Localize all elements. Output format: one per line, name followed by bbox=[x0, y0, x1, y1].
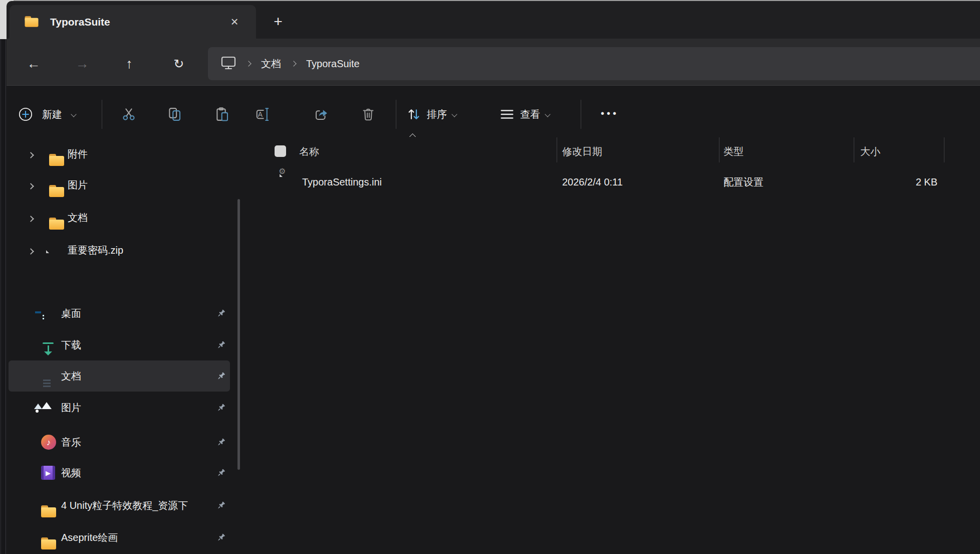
pin-icon bbox=[216, 500, 226, 511]
chevron-right-icon[interactable] bbox=[28, 152, 34, 158]
tab-title: TyporaSuite bbox=[50, 5, 110, 39]
pin-icon bbox=[216, 308, 226, 319]
cut-button[interactable] bbox=[117, 102, 141, 126]
column-divider[interactable] bbox=[854, 137, 854, 162]
explorer-tab[interactable]: TyporaSuite × bbox=[10, 5, 256, 39]
sidebar-item-music[interactable]: ♪ 音乐 bbox=[7, 427, 241, 458]
trash-icon bbox=[361, 107, 376, 122]
pin-icon bbox=[216, 371, 226, 382]
paste-button[interactable] bbox=[210, 102, 234, 126]
share-icon bbox=[314, 107, 329, 122]
view-button-label: 查看 bbox=[520, 108, 540, 121]
delete-button[interactable] bbox=[356, 102, 380, 126]
column-header-name[interactable]: 名称 bbox=[299, 145, 319, 158]
up-icon[interactable]: ↑ bbox=[118, 53, 140, 75]
new-button-label: 新建 bbox=[42, 108, 62, 121]
pin-icon bbox=[216, 468, 226, 478]
address-bar[interactable]: 文档 TyporaSuite bbox=[208, 47, 980, 80]
scissors-icon bbox=[121, 107, 136, 122]
sidebar-tree-item-documents[interactable]: 文档 bbox=[7, 202, 241, 233]
refresh-icon[interactable]: ↻ bbox=[168, 53, 190, 75]
navigation-bar: ← → ↑ ↻ 文档 TyporaSuite bbox=[7, 39, 980, 86]
music-icon: ♪ bbox=[41, 435, 56, 450]
breadcrumb-chevron-icon bbox=[291, 61, 296, 66]
sidebar-item-unity-folder[interactable]: 4 Unity粒子特效教程_资源下 bbox=[7, 490, 241, 521]
chevron-right-icon[interactable] bbox=[28, 216, 34, 222]
chevron-down-icon bbox=[71, 111, 76, 117]
column-header-type[interactable]: 类型 bbox=[723, 145, 744, 158]
copy-icon bbox=[167, 107, 182, 122]
background-window-edge-line bbox=[1, 39, 1, 554]
view-list-icon bbox=[500, 107, 515, 122]
svg-text:A: A bbox=[258, 111, 263, 118]
main-area: 新建 A bbox=[7, 86, 980, 554]
new-button[interactable]: 新建 bbox=[19, 100, 76, 129]
sidebar-item-desktop[interactable]: 桌面 bbox=[7, 298, 241, 329]
sidebar-item-label: 音乐 bbox=[61, 427, 81, 458]
pin-icon bbox=[216, 403, 226, 413]
close-tab-icon[interactable]: × bbox=[225, 13, 243, 31]
breadcrumb-documents[interactable]: 文档 bbox=[261, 57, 281, 71]
this-pc-monitor-icon bbox=[221, 56, 236, 72]
column-divider[interactable] bbox=[944, 137, 944, 162]
sidebar-item-pictures[interactable]: 图片 bbox=[7, 392, 241, 423]
toolbar-divider bbox=[102, 100, 102, 129]
paste-icon bbox=[215, 107, 230, 122]
tree-item-label: 图片 bbox=[68, 169, 88, 201]
sort-arrows-icon bbox=[406, 107, 421, 122]
share-button[interactable] bbox=[309, 102, 333, 126]
breadcrumb-chevron-icon bbox=[246, 61, 251, 66]
tree-item-label: 重要密码.zip bbox=[68, 235, 123, 266]
column-divider[interactable] bbox=[719, 137, 719, 162]
sidebar-tree-item-zip[interactable]: 重要密码.zip bbox=[7, 235, 241, 266]
pin-icon bbox=[216, 532, 226, 543]
window-left-border bbox=[6, 39, 6, 554]
new-tab-button[interactable]: + bbox=[269, 13, 287, 31]
chevron-down-icon bbox=[451, 111, 457, 117]
select-all-checkbox[interactable] bbox=[275, 145, 286, 157]
file-name: TyporaSettings.ini bbox=[302, 167, 382, 197]
column-header-size[interactable]: 大小 bbox=[860, 145, 880, 158]
sidebar-tree-item-attachments[interactable]: 附件 bbox=[7, 138, 241, 169]
column-header-date[interactable]: 修改日期 bbox=[562, 145, 602, 158]
forward-icon[interactable]: → bbox=[71, 53, 93, 75]
sort-button[interactable]: 排序 bbox=[406, 100, 456, 129]
chevron-right-icon[interactable] bbox=[28, 248, 34, 255]
sidebar-item-documents[interactable]: 文档 bbox=[9, 360, 230, 392]
breadcrumb-current-folder[interactable]: TyporaSuite bbox=[306, 58, 360, 70]
sidebar-item-videos[interactable]: ▶ 视频 bbox=[7, 457, 241, 488]
sidebar-item-label: 桌面 bbox=[61, 298, 81, 329]
sort-button-label: 排序 bbox=[427, 108, 447, 121]
rename-icon: A bbox=[255, 107, 270, 122]
chevron-right-icon[interactable] bbox=[28, 183, 34, 190]
tree-item-label: 文档 bbox=[68, 202, 88, 233]
chevron-down-icon bbox=[545, 111, 550, 117]
column-divider[interactable] bbox=[557, 137, 557, 162]
pin-icon bbox=[216, 340, 226, 350]
file-date-modified: 2026/2/4 0:11 bbox=[562, 167, 623, 197]
file-row[interactable]: ⚙ TyporaSettings.ini 2026/2/4 0:11 配置设置 … bbox=[267, 167, 968, 197]
file-explorer-window: TyporaSuite × + ← → ↑ ↻ 文档 TyporaSuite bbox=[7, 1, 980, 554]
sidebar-item-label: 视频 bbox=[61, 457, 81, 488]
sidebar-item-aseprite-folder[interactable]: Aseprite绘画 bbox=[7, 522, 241, 553]
videos-icon: ▶ bbox=[41, 466, 55, 480]
plus-circle-icon bbox=[19, 107, 33, 121]
sidebar-item-label: Aseprite绘画 bbox=[61, 522, 118, 553]
sidebar-scrollbar[interactable] bbox=[237, 199, 240, 470]
back-icon[interactable]: ← bbox=[23, 53, 45, 75]
sort-ascending-caret-icon bbox=[409, 133, 416, 140]
view-button[interactable]: 查看 bbox=[500, 100, 550, 129]
more-options-button[interactable]: ••• bbox=[596, 102, 624, 126]
folder-icon bbox=[24, 16, 39, 28]
sidebar-item-label: 下载 bbox=[61, 329, 81, 360]
sidebar-item-label: 4 Unity粒子特效教程_资源下 bbox=[61, 490, 188, 521]
copy-button[interactable] bbox=[163, 102, 187, 126]
sidebar-item-label: 图片 bbox=[61, 392, 81, 423]
toolbar-divider bbox=[396, 100, 396, 129]
rename-button[interactable]: A bbox=[251, 102, 275, 126]
toolbar-divider bbox=[581, 100, 581, 129]
file-type: 配置设置 bbox=[723, 167, 764, 197]
pin-icon bbox=[216, 437, 226, 448]
sidebar-tree-item-pictures[interactable]: 图片 bbox=[7, 169, 241, 201]
sidebar-item-downloads[interactable]: 下载 bbox=[7, 329, 241, 360]
